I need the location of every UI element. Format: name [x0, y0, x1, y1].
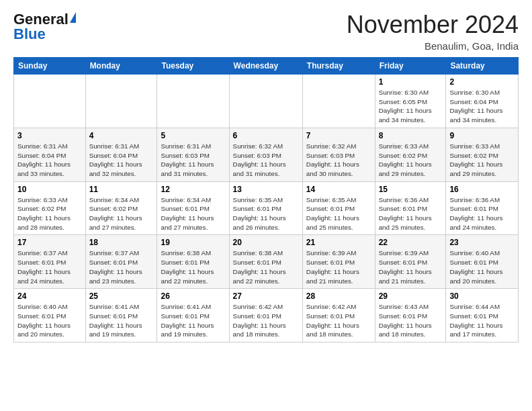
day-number-20: 20 — [233, 238, 299, 247]
week-row-3: 10Sunrise: 6:33 AMSunset: 6:02 PMDayligh… — [14, 181, 519, 235]
day-info-4: Sunrise: 6:31 AMSunset: 6:04 PMDaylight:… — [89, 142, 154, 179]
day-number-29: 29 — [379, 291, 443, 301]
day-cell-15: 15Sunrise: 6:36 AMSunset: 6:01 PMDayligh… — [375, 181, 446, 235]
day-number-2: 2 — [449, 77, 515, 87]
empty-cell — [85, 75, 157, 128]
day-cell-16: 16Sunrise: 6:36 AMSunset: 6:01 PMDayligh… — [446, 181, 519, 235]
day-number-3: 3 — [17, 131, 82, 140]
day-number-9: 9 — [449, 131, 515, 140]
day-cell-22: 22Sunrise: 6:39 AMSunset: 6:01 PMDayligh… — [375, 235, 446, 289]
weekday-monday: Monday — [85, 58, 157, 75]
day-info-15: Sunrise: 6:36 AMSunset: 6:01 PMDaylight:… — [379, 195, 443, 232]
day-cell-2: 2Sunrise: 6:30 AMSunset: 6:04 PMDaylight… — [446, 75, 519, 128]
empty-cell — [229, 75, 302, 128]
day-info-27: Sunrise: 6:42 AMSunset: 6:01 PMDaylight:… — [233, 302, 299, 339]
day-cell-27: 27Sunrise: 6:42 AMSunset: 6:01 PMDayligh… — [229, 289, 302, 342]
day-info-13: Sunrise: 6:35 AMSunset: 6:01 PMDaylight:… — [233, 195, 299, 232]
day-cell-4: 4Sunrise: 6:31 AMSunset: 6:04 PMDaylight… — [85, 128, 157, 181]
day-info-28: Sunrise: 6:42 AMSunset: 6:01 PMDaylight:… — [306, 302, 371, 339]
day-cell-19: 19Sunrise: 6:38 AMSunset: 6:01 PMDayligh… — [157, 235, 229, 289]
week-row-2: 3Sunrise: 6:31 AMSunset: 6:04 PMDaylight… — [14, 128, 519, 181]
day-cell-12: 12Sunrise: 6:34 AMSunset: 6:01 PMDayligh… — [157, 181, 229, 235]
day-info-25: Sunrise: 6:41 AMSunset: 6:01 PMDaylight:… — [89, 302, 154, 339]
day-info-1: Sunrise: 6:30 AMSunset: 6:05 PMDaylight:… — [379, 88, 443, 125]
day-cell-24: 24Sunrise: 6:40 AMSunset: 6:01 PMDayligh… — [14, 289, 86, 342]
day-info-30: Sunrise: 6:44 AMSunset: 6:01 PMDaylight:… — [449, 302, 515, 339]
day-cell-10: 10Sunrise: 6:33 AMSunset: 6:02 PMDayligh… — [14, 181, 86, 235]
logo-blue: Blue — [13, 26, 46, 43]
calendar-table: SundayMondayTuesdayWednesdayThursdayFrid… — [13, 57, 519, 342]
day-number-28: 28 — [306, 291, 371, 301]
day-cell-14: 14Sunrise: 6:35 AMSunset: 6:01 PMDayligh… — [302, 181, 375, 235]
day-number-4: 4 — [89, 131, 154, 140]
day-number-17: 17 — [17, 238, 82, 247]
day-cell-6: 6Sunrise: 6:32 AMSunset: 6:03 PMDaylight… — [229, 128, 302, 181]
day-cell-5: 5Sunrise: 6:31 AMSunset: 6:03 PMDaylight… — [157, 128, 229, 181]
day-info-6: Sunrise: 6:32 AMSunset: 6:03 PMDaylight:… — [233, 142, 299, 179]
weekday-tuesday: Tuesday — [157, 58, 229, 75]
day-info-3: Sunrise: 6:31 AMSunset: 6:04 PMDaylight:… — [17, 142, 82, 179]
day-info-14: Sunrise: 6:35 AMSunset: 6:01 PMDaylight:… — [306, 195, 371, 232]
day-info-8: Sunrise: 6:33 AMSunset: 6:02 PMDaylight:… — [379, 142, 443, 179]
day-info-24: Sunrise: 6:40 AMSunset: 6:01 PMDaylight:… — [17, 302, 82, 339]
day-info-16: Sunrise: 6:36 AMSunset: 6:01 PMDaylight:… — [449, 195, 515, 232]
weekday-header-row: SundayMondayTuesdayWednesdayThursdayFrid… — [14, 58, 519, 75]
day-cell-29: 29Sunrise: 6:43 AMSunset: 6:01 PMDayligh… — [375, 289, 446, 342]
day-number-25: 25 — [89, 291, 154, 301]
day-cell-17: 17Sunrise: 6:37 AMSunset: 6:01 PMDayligh… — [14, 235, 86, 289]
weekday-wednesday: Wednesday — [229, 58, 302, 75]
day-info-21: Sunrise: 6:39 AMSunset: 6:01 PMDaylight:… — [306, 248, 371, 285]
day-number-26: 26 — [161, 291, 225, 301]
day-cell-11: 11Sunrise: 6:34 AMSunset: 6:02 PMDayligh… — [85, 181, 157, 235]
day-number-7: 7 — [306, 131, 371, 140]
day-number-11: 11 — [89, 185, 154, 194]
day-info-17: Sunrise: 6:37 AMSunset: 6:01 PMDaylight:… — [17, 248, 82, 285]
day-number-10: 10 — [17, 185, 82, 194]
week-row-4: 17Sunrise: 6:37 AMSunset: 6:01 PMDayligh… — [14, 235, 519, 289]
week-row-1: 1Sunrise: 6:30 AMSunset: 6:05 PMDaylight… — [14, 75, 519, 128]
day-info-5: Sunrise: 6:31 AMSunset: 6:03 PMDaylight:… — [161, 142, 225, 179]
day-number-30: 30 — [449, 291, 515, 301]
title-block: November 2024 Benaulim, Goa, India — [347, 11, 519, 52]
day-cell-3: 3Sunrise: 6:31 AMSunset: 6:04 PMDaylight… — [14, 128, 86, 181]
day-info-23: Sunrise: 6:40 AMSunset: 6:01 PMDaylight:… — [449, 248, 515, 285]
day-info-10: Sunrise: 6:33 AMSunset: 6:02 PMDaylight:… — [17, 195, 82, 232]
day-number-8: 8 — [379, 131, 443, 140]
day-number-5: 5 — [161, 131, 225, 140]
day-cell-9: 9Sunrise: 6:33 AMSunset: 6:02 PMDaylight… — [446, 128, 519, 181]
day-number-6: 6 — [233, 131, 299, 140]
day-info-26: Sunrise: 6:41 AMSunset: 6:01 PMDaylight:… — [161, 302, 225, 339]
day-cell-7: 7Sunrise: 6:32 AMSunset: 6:03 PMDaylight… — [302, 128, 375, 181]
day-number-24: 24 — [17, 291, 82, 301]
day-info-29: Sunrise: 6:43 AMSunset: 6:01 PMDaylight:… — [379, 302, 443, 339]
empty-cell — [157, 75, 229, 128]
page: General Blue November 2024 Benaulim, Goa… — [0, 0, 532, 353]
logo-triangle — [70, 12, 76, 23]
day-cell-28: 28Sunrise: 6:42 AMSunset: 6:01 PMDayligh… — [302, 289, 375, 342]
weekday-saturday: Saturday — [446, 58, 519, 75]
weekday-sunday: Sunday — [14, 58, 86, 75]
location-subtitle: Benaulim, Goa, India — [347, 40, 519, 52]
day-cell-8: 8Sunrise: 6:33 AMSunset: 6:02 PMDaylight… — [375, 128, 446, 181]
day-number-23: 23 — [449, 238, 515, 247]
day-info-2: Sunrise: 6:30 AMSunset: 6:04 PMDaylight:… — [449, 88, 515, 125]
day-number-18: 18 — [89, 238, 154, 247]
day-number-21: 21 — [306, 238, 371, 247]
week-row-5: 24Sunrise: 6:40 AMSunset: 6:01 PMDayligh… — [14, 289, 519, 342]
logo: General Blue — [13, 11, 76, 43]
day-cell-26: 26Sunrise: 6:41 AMSunset: 6:01 PMDayligh… — [157, 289, 229, 342]
day-info-9: Sunrise: 6:33 AMSunset: 6:02 PMDaylight:… — [449, 142, 515, 179]
empty-cell — [302, 75, 375, 128]
day-number-27: 27 — [233, 291, 299, 301]
day-info-11: Sunrise: 6:34 AMSunset: 6:02 PMDaylight:… — [89, 195, 154, 232]
day-info-18: Sunrise: 6:37 AMSunset: 6:01 PMDaylight:… — [89, 248, 154, 285]
day-cell-21: 21Sunrise: 6:39 AMSunset: 6:01 PMDayligh… — [302, 235, 375, 289]
day-info-7: Sunrise: 6:32 AMSunset: 6:03 PMDaylight:… — [306, 142, 371, 179]
day-cell-13: 13Sunrise: 6:35 AMSunset: 6:01 PMDayligh… — [229, 181, 302, 235]
day-number-16: 16 — [449, 185, 515, 194]
header: General Blue November 2024 Benaulim, Goa… — [13, 11, 519, 52]
day-cell-23: 23Sunrise: 6:40 AMSunset: 6:01 PMDayligh… — [446, 235, 519, 289]
day-cell-18: 18Sunrise: 6:37 AMSunset: 6:01 PMDayligh… — [85, 235, 157, 289]
day-number-15: 15 — [379, 185, 443, 194]
day-cell-20: 20Sunrise: 6:38 AMSunset: 6:01 PMDayligh… — [229, 235, 302, 289]
